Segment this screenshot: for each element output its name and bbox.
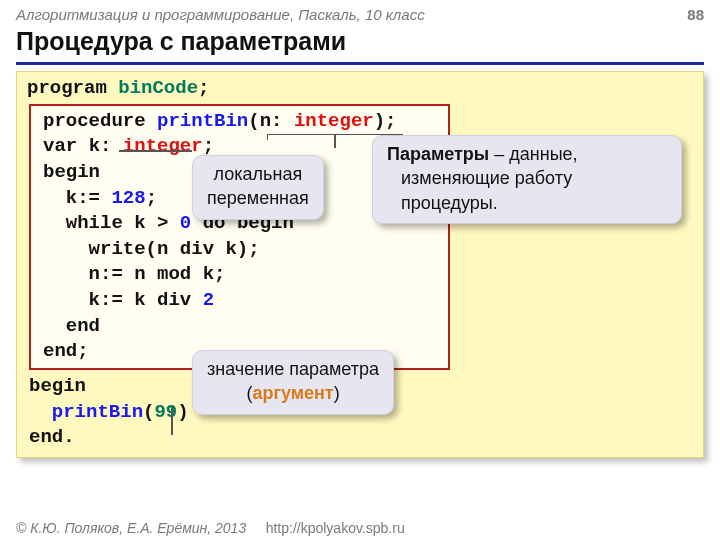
- cond: k >: [134, 212, 168, 234]
- callout-arg-word: аргумент: [252, 383, 333, 403]
- callout-local-var: локальная переменная: [192, 155, 324, 220]
- num-128: 128: [111, 187, 145, 209]
- type-integer: integer: [294, 110, 374, 132]
- code-line-write: write(n div k);: [43, 237, 436, 263]
- course-label: Алгоритмизация и программирование, Паска…: [16, 6, 425, 23]
- kw-begin: begin: [43, 161, 100, 183]
- colon: :: [271, 110, 282, 132]
- id-printBin: printBin: [157, 110, 248, 132]
- footer-url: http://kpolyakov.spb.ru: [266, 520, 405, 536]
- code-line-procedure: procedure printBin(n: integer);: [43, 109, 436, 135]
- semi2: ;: [385, 110, 396, 132]
- callout-argument: значение параметра (аргумент): [192, 350, 394, 415]
- callout-local-var-l2: переменная: [207, 186, 309, 210]
- call-open: (: [143, 401, 154, 423]
- semi3: ;: [203, 135, 214, 157]
- end-semi: end;: [43, 340, 89, 362]
- div-kw-2: div: [157, 289, 191, 311]
- callout-params-strong: Параметры: [387, 144, 489, 164]
- footer: © К.Ю. Поляков, Е.А. Ерёмин, 2013 http:/…: [16, 520, 405, 536]
- pointer-local-var: [119, 150, 192, 152]
- pointer-argument: [171, 406, 173, 434]
- type-integer-2: integer: [123, 135, 203, 157]
- param-n: n: [260, 110, 271, 132]
- num-0: 0: [180, 212, 191, 234]
- kw-while: while: [66, 212, 123, 234]
- callout-local-var-l1: локальная: [207, 162, 309, 186]
- n-assign: n:= n: [89, 263, 146, 285]
- semi: ;: [198, 77, 209, 99]
- callout-params: Параметры – данные, изменяющие работу пр…: [372, 135, 682, 224]
- semi4: ;: [146, 187, 157, 209]
- code-line-nmod: n:= n mod k;: [43, 262, 436, 288]
- k-assign: k:= k: [89, 289, 146, 311]
- write-rhs: k);: [225, 238, 259, 260]
- kw-var: var: [43, 135, 77, 157]
- callout-params-l3: процедуры.: [387, 191, 667, 215]
- callout-params-rest: – данные,: [489, 144, 577, 164]
- n-rhs: k;: [203, 263, 226, 285]
- div-kw: div: [180, 238, 214, 260]
- paren-open: (: [248, 110, 259, 132]
- callout-arg-l1: значение параметра: [207, 357, 379, 381]
- mod-kw: mod: [157, 263, 191, 285]
- param-bracket-stem: [334, 134, 336, 148]
- title-wrap: Процедура с параметрами: [16, 25, 704, 65]
- page-title: Процедура с параметрами: [16, 25, 704, 62]
- code-line-end: end: [43, 314, 436, 340]
- callout-params-l2: изменяющие работу: [387, 166, 667, 190]
- kw-begin-2: begin: [29, 375, 86, 397]
- id-binCode: binCode: [118, 77, 198, 99]
- id-printBin-call: printBin: [52, 401, 143, 423]
- var-k: k: [89, 135, 100, 157]
- code-line-program: program binCode;: [27, 76, 693, 102]
- code-block: program binCode; procedure printBin(n: i…: [16, 71, 704, 458]
- callout-arg-l2: (аргумент): [207, 381, 379, 405]
- call-arg-99: 99: [154, 401, 177, 423]
- kw-procedure: procedure: [43, 110, 146, 132]
- paren-close: ): [374, 110, 385, 132]
- header: Алгоритмизация и программирование, Паска…: [0, 0, 720, 25]
- footer-copyright: © К.Ю. Поляков, Е.А. Ерёмин, 2013: [16, 520, 246, 536]
- callout-params-l1: Параметры – данные,: [387, 142, 667, 166]
- callout-arg-close: ): [334, 383, 340, 403]
- write-call: write(n: [89, 238, 169, 260]
- code-line-kdiv: k:= k div 2: [43, 288, 436, 314]
- kw-program: program: [27, 77, 107, 99]
- colon2: :: [100, 135, 111, 157]
- kw-end: end: [66, 315, 100, 337]
- call-close: ): [177, 401, 188, 423]
- title-rule: [16, 62, 704, 65]
- page-number: 88: [687, 6, 704, 23]
- end-dot: end.: [29, 426, 75, 448]
- assign-k: k:=: [66, 187, 100, 209]
- num-2: 2: [203, 289, 214, 311]
- slide-page: Алгоритмизация и программирование, Паска…: [0, 0, 720, 540]
- code-line-end-dot: end.: [29, 425, 693, 451]
- pointer-argument-h: [171, 434, 173, 435]
